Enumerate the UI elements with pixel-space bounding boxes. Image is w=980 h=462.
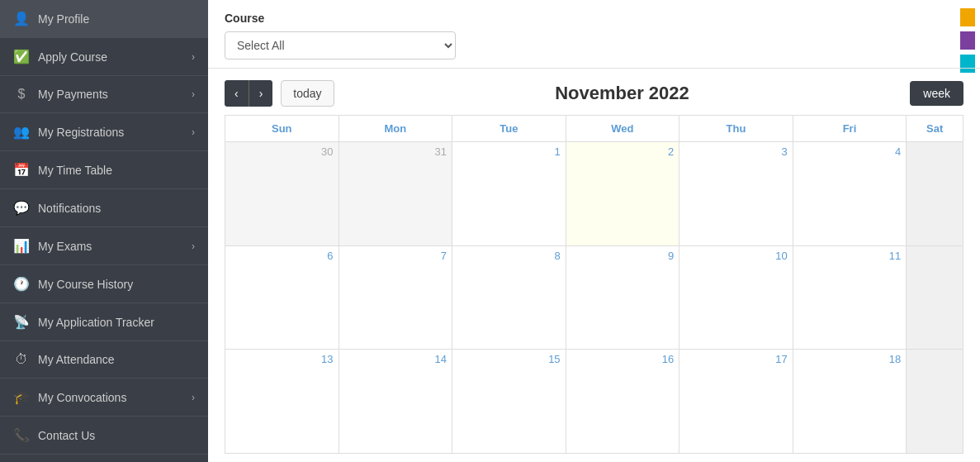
sidebar-item-my-time-table[interactable]: 📅My Time Table	[0, 151, 208, 189]
cal-header-sun: Sun	[225, 116, 339, 142]
cal-cell-1-3[interactable]: 9	[566, 246, 680, 350]
cal-cell-2-0[interactable]: 13	[225, 350, 339, 453]
sidebar-item-my-profile[interactable]: 👤My Profile	[0, 0, 208, 38]
my-convocations-label: My Convocations	[38, 391, 126, 404]
week-button[interactable]: week	[910, 81, 963, 106]
sidebar-item-contact-us[interactable]: 📞Contact Us	[0, 417, 208, 455]
my-exams-chevron-icon: ›	[192, 241, 195, 252]
cal-row-1: 67891011	[225, 246, 963, 350]
contact-us-label: Contact Us	[38, 429, 95, 442]
main-content: Course Select All ‹ › today November 202…	[208, 0, 980, 462]
my-time-table-icon: 📅	[13, 162, 30, 178]
my-registrations-label: My Registrations	[38, 126, 124, 139]
cal-cell-1-1[interactable]: 7	[339, 246, 453, 350]
cal-cell-0-6[interactable]	[907, 142, 963, 245]
cal-header-thu: Thu	[679, 116, 793, 142]
cal-header-mon: Mon	[339, 116, 453, 142]
my-application-tracker-label: My Application Tracker	[38, 316, 154, 329]
my-convocations-icon: 🎓	[13, 389, 30, 405]
apply-course-icon: ✅	[13, 49, 30, 64]
cal-cell-2-2[interactable]: 15	[452, 350, 566, 453]
my-exams-icon: 📊	[13, 238, 30, 254]
my-exams-label: My Exams	[38, 240, 92, 253]
my-course-history-label: My Course History	[38, 278, 133, 291]
course-select[interactable]: Select All	[225, 31, 456, 60]
cal-cell-1-6[interactable]	[907, 246, 963, 350]
cal-cell-2-6[interactable]	[907, 350, 963, 453]
cal-header-fri: Fri	[793, 116, 907, 142]
next-button[interactable]: ›	[249, 80, 273, 107]
course-label: Course	[225, 12, 963, 25]
cal-cell-1-0[interactable]: 6	[225, 246, 339, 350]
nav-button-group: ‹ ›	[225, 80, 272, 107]
cal-cell-0-2[interactable]: 1	[452, 142, 566, 245]
cal-row-0: 30311234	[225, 142, 963, 246]
calendar-controls: ‹ › today November 2022 week	[208, 69, 980, 115]
cal-cell-0-1[interactable]: 31	[339, 142, 453, 245]
my-profile-label: My Profile	[38, 12, 89, 26]
prev-button[interactable]: ‹	[225, 80, 249, 107]
sidebar-item-apply-course[interactable]: ✅Apply Course›	[0, 38, 208, 76]
month-title: November 2022	[343, 83, 902, 104]
sidebar-item-notifications[interactable]: 💬Notifications	[0, 189, 208, 227]
my-application-tracker-icon: 📡	[13, 314, 30, 330]
cal-header-wed: Wed	[566, 116, 680, 142]
cal-row-2: 131415161718	[225, 350, 963, 454]
cal-cell-2-5[interactable]: 18	[793, 350, 907, 453]
my-time-table-label: My Time Table	[38, 164, 112, 177]
cal-cell-1-2[interactable]: 8	[452, 246, 566, 350]
sidebar-item-my-exams[interactable]: 📊My Exams›	[0, 227, 208, 265]
notifications-label: Notifications	[38, 202, 101, 215]
cal-cell-0-4[interactable]: 3	[679, 142, 793, 245]
my-payments-icon: $	[13, 87, 30, 102]
my-course-history-icon: 🕐	[13, 276, 30, 292]
sidebar-item-my-application-tracker[interactable]: 📡My Application Tracker	[0, 303, 208, 341]
apply-course-label: Apply Course	[38, 50, 107, 64]
today-button[interactable]: today	[281, 80, 334, 107]
apply-course-chevron-icon: ›	[192, 51, 195, 63]
my-registrations-chevron-icon: ›	[192, 126, 195, 138]
sidebar-item-my-course-history[interactable]: 🕐My Course History	[0, 265, 208, 303]
cal-cell-2-4[interactable]: 17	[679, 350, 793, 453]
cal-header-sat: Sat	[907, 116, 963, 142]
cal-cell-0-0[interactable]: 30	[225, 142, 339, 245]
cal-cell-0-3[interactable]: 2	[566, 142, 680, 245]
my-convocations-chevron-icon: ›	[192, 392, 195, 403]
sidebar-item-my-registrations[interactable]: 👥My Registrations›	[0, 113, 208, 151]
sidebar-item-my-convocations[interactable]: 🎓My Convocations›	[0, 379, 208, 417]
course-section: Course Select All	[208, 0, 980, 69]
calendar-body: 3031123467891011131415161718	[225, 142, 963, 454]
cal-cell-1-4[interactable]: 10	[679, 246, 793, 350]
my-payments-chevron-icon: ›	[192, 88, 195, 100]
my-profile-icon: 👤	[13, 11, 30, 26]
cal-cell-2-1[interactable]: 14	[339, 350, 453, 453]
my-registrations-icon: 👥	[13, 124, 30, 140]
cal-cell-1-5[interactable]: 11	[793, 246, 907, 350]
sidebar: 👤My Profile✅Apply Course›$My Payments›👥M…	[0, 0, 208, 462]
contact-us-icon: 📞	[13, 427, 30, 443]
notifications-icon: 💬	[13, 200, 30, 216]
my-attendance-icon: ⏱	[13, 352, 30, 367]
calendar-grid: SunMonTueWedThuFriSat 303112346789101113…	[208, 115, 980, 462]
calendar-header: SunMonTueWedThuFriSat	[225, 115, 963, 142]
sidebar-item-my-payments[interactable]: $My Payments›	[0, 76, 208, 113]
my-attendance-label: My Attendance	[38, 353, 115, 366]
cal-cell-0-5[interactable]: 4	[793, 142, 907, 245]
cal-cell-2-3[interactable]: 16	[566, 350, 680, 453]
sidebar-item-my-attendance[interactable]: ⏱My Attendance	[0, 341, 208, 379]
cal-header-tue: Tue	[452, 116, 566, 142]
my-payments-label: My Payments	[38, 88, 108, 101]
